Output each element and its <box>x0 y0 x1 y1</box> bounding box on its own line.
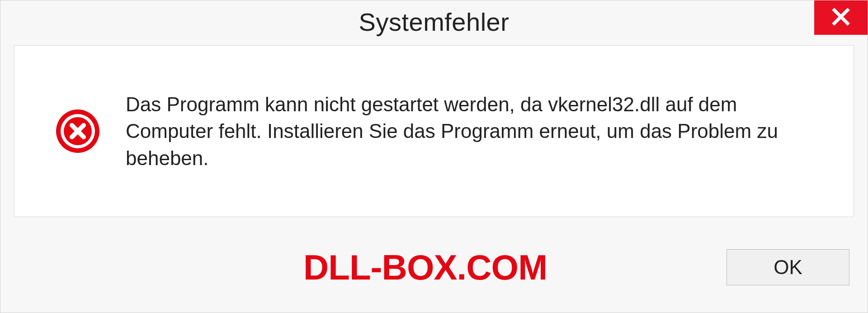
close-button[interactable] <box>814 0 868 35</box>
close-icon <box>831 7 851 28</box>
footer: DLL-BOX.COM OK <box>14 236 854 299</box>
ok-button-label: OK <box>774 256 802 279</box>
dialog-title: Systemfehler <box>359 7 509 37</box>
watermark-text: DLL-BOX.COM <box>303 247 547 288</box>
ok-button[interactable]: OK <box>726 249 849 285</box>
error-icon <box>55 109 100 154</box>
titlebar: Systemfehler <box>0 0 868 43</box>
content-panel: Das Programm kann nicht gestartet werden… <box>14 45 854 217</box>
error-dialog: Systemfehler Das Programm kann nicht ges… <box>0 0 868 313</box>
error-message: Das Programm kann nicht gestartet werden… <box>126 91 826 171</box>
